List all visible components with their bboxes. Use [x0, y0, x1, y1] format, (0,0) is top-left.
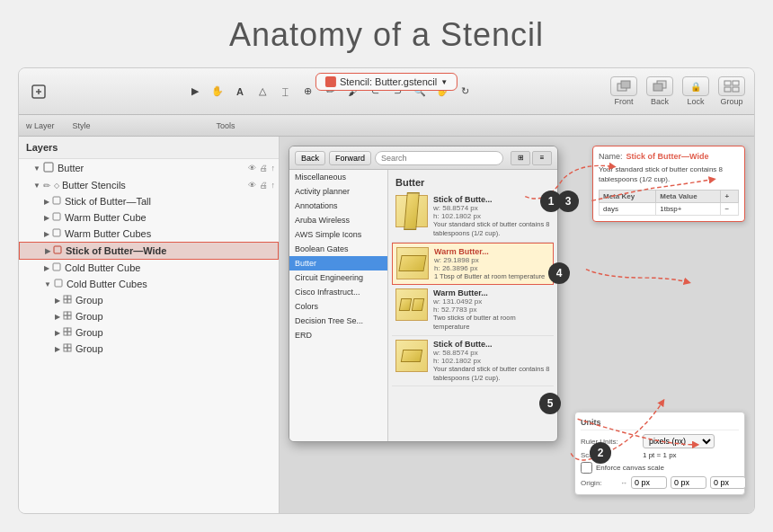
toolbar: Stencil: Butter.gstencil ▼ ▶ ✋ A △ ⌶ ⊕ ✏… [19, 68, 754, 115]
front-button-group: Front [610, 76, 637, 106]
svg-rect-9 [724, 87, 731, 92]
select-tool[interactable]: ▶ [184, 81, 206, 102]
layer-warm-butter-cubes[interactable]: ▶ Warm Butter Cubes [19, 226, 279, 242]
sidebar-annotations[interactable]: Annotations [289, 199, 387, 213]
group-button[interactable] [718, 76, 745, 96]
svg-rect-4 [621, 81, 630, 88]
shape-tool[interactable]: △ [252, 81, 273, 102]
sidebar-boolean[interactable]: Boolean Gates [289, 242, 387, 256]
stencil-browser: Back Forward ⊞ ≡ Miscellaneous Activity … [289, 146, 558, 442]
sidebar-butter[interactable]: Butter [289, 256, 387, 270]
lock-button[interactable]: 🔒 [682, 76, 709, 96]
layers-panel: Layers ▼ Butter 👁 🖨 ↑ ▼ ✏ ◇ Butter S [19, 137, 280, 513]
print-icon[interactable]: 🖨 [260, 164, 268, 173]
forward-button[interactable]: Forward [329, 151, 371, 165]
layer-group-3[interactable]: ▶ Group [19, 324, 279, 341]
stencil-item-1[interactable]: Stick of Butte... w: 58.8574 px h: 102.1… [392, 191, 554, 243]
grid-view-btn[interactable]: ⊞ [511, 151, 530, 165]
layer-stick-wide[interactable]: ▶ Stick of Butter—Wide [19, 242, 279, 260]
visibility-icon[interactable]: 👁 [248, 181, 256, 190]
meta-key-header: Meta Key [600, 191, 656, 203]
stencil-label[interactable]: Stencil: Butter.gstencil ▼ [315, 73, 458, 91]
info-panel: Name: Stick of Butter—Wide Your standard… [592, 146, 745, 222]
layer-warm-butter-cube[interactable]: ▶ Warm Butter Cube [19, 209, 279, 226]
content-area: Stencil: Butter.gstencil ▼ ▶ ✋ A △ ⌶ ⊕ ✏… [18, 67, 755, 514]
sidebar-cisco[interactable]: Cisco Infrastruct... [289, 285, 387, 299]
layer-stick-tall-name: Stick of Butter—Tall [65, 196, 275, 207]
origin-x-input[interactable] [631, 476, 667, 489]
stencil-desc-2: 1 Tbsp of Butter at room temperature [434, 272, 549, 281]
item-icon [53, 245, 62, 256]
units-header: Units [581, 418, 739, 430]
text-tool[interactable]: A [229, 81, 251, 102]
new-layer-button[interactable] [28, 81, 49, 102]
meta-delete-cell[interactable]: − [721, 203, 739, 216]
print-icon[interactable]: 🖨 [260, 181, 268, 190]
layer-group-3-name: Group [76, 327, 275, 338]
meta-value-cell: 1tbsp+ [656, 203, 721, 216]
origin-label: Origin: [581, 479, 617, 487]
sidebar-decision[interactable]: Decision Tree Se... [289, 314, 387, 328]
stencil-desc-4: Your standard stick of butter contains 8… [433, 365, 550, 383]
stencil-desc-3: Two sticks of butter at room temperature [433, 314, 550, 332]
new-layer-label[interactable]: w Layer [26, 121, 55, 130]
svg-rect-7 [724, 81, 731, 85]
origin-z-input[interactable] [710, 476, 746, 489]
sidebar-erd[interactable]: ERD [289, 328, 387, 342]
layer-cold-butter-cube[interactable]: ▶ Cold Butter Cube [19, 260, 279, 276]
layers-header: Layers [19, 137, 279, 159]
share-icon[interactable]: ↑ [271, 181, 276, 190]
meta-add-header[interactable]: + [721, 191, 739, 203]
visibility-icon[interactable]: 👁 [248, 164, 256, 173]
enforce-scale-checkbox[interactable] [581, 462, 592, 474]
stencil-dropdown-icon[interactable]: ▼ [440, 78, 448, 86]
sidebar-activity[interactable]: Activity planner [289, 184, 387, 199]
cursor-tool[interactable]: ⌶ [274, 81, 296, 102]
chevron-right-icon: ▶ [55, 297, 60, 305]
sidebar-miscellaneous[interactable]: Miscellaneous [289, 170, 387, 184]
list-view-btn[interactable]: ≡ [532, 151, 552, 165]
back-button[interactable]: Back [295, 151, 325, 165]
front-button[interactable] [610, 76, 637, 96]
group-icon [63, 311, 72, 322]
layer-warm-butter-cube-name: Warm Butter Cube [65, 212, 275, 223]
sidebar-colors[interactable]: Colors [289, 299, 387, 314]
svg-rect-18 [64, 296, 67, 299]
item-icon [52, 262, 61, 273]
layer-cold-butter-cubes[interactable]: ▼ Cold Butter Cubes [19, 276, 279, 292]
layer-root[interactable]: ▼ Butter 👁 🖨 ↑ [19, 159, 279, 177]
stencil-item-4[interactable]: Stick of Butte... w: 58.8574 px h: 102.1… [392, 336, 554, 387]
layer-group-4[interactable]: ▶ Group [19, 341, 279, 357]
sidebar-circuit[interactable]: Circuit Engineering [289, 270, 387, 285]
layer-group-1[interactable]: ▶ Group [19, 292, 279, 308]
layer-group-2[interactable]: ▶ Group [19, 308, 279, 324]
chevron-right-icon: ▶ [44, 198, 49, 206]
sidebar-aruba[interactable]: Aruba Wireless [289, 213, 387, 227]
ruler-units-select[interactable]: pixels (px) [643, 434, 715, 448]
layer-butter-stencils[interactable]: ▼ ✏ ◇ Butter Stencils 👁 🖨 ↑ [19, 177, 279, 193]
stencil-thumb-1 [395, 195, 428, 227]
layer-stick-tall[interactable]: ▶ Stick of Butter—Tall [19, 193, 279, 209]
scale-value: 1 pt = 1 px [643, 451, 739, 459]
svg-rect-23 [67, 312, 71, 315]
group-label: Group [720, 97, 742, 106]
browser-search-input[interactable] [375, 151, 503, 165]
svg-rect-12 [53, 197, 60, 204]
sidebar-aws[interactable]: AWS Simple Icons [289, 227, 387, 242]
stencil-dim-h-4: h: 102.1802 px [433, 357, 550, 365]
stencil-thumb-3 [395, 288, 428, 321]
back-button[interactable] [646, 76, 673, 96]
stencil-item-3[interactable]: Warm Butter... w: 131.0492 px h: 52.7783… [392, 285, 554, 336]
stencil-info-2: Warm Butter... w: 29.1898 px h: 26.3896 … [434, 247, 549, 281]
front-label: Front [614, 97, 633, 106]
stencil-item-2[interactable]: Warm Butter... w: 29.1898 px h: 26.3896 … [392, 243, 554, 286]
new-layer-group [28, 81, 49, 102]
stencil-thumb-4 [395, 340, 428, 372]
hand-tool[interactable]: ✋ [207, 81, 228, 102]
origin-y-input[interactable] [671, 476, 706, 489]
stencil-dim-h-1: h: 102.1802 px [433, 212, 550, 220]
style-label[interactable]: Style [73, 121, 91, 130]
enforce-scale-label: Enforce canvas scale [596, 464, 664, 472]
share-icon[interactable]: ↑ [271, 164, 276, 173]
stencil-dim-h-2: h: 26.3896 px [434, 264, 549, 272]
